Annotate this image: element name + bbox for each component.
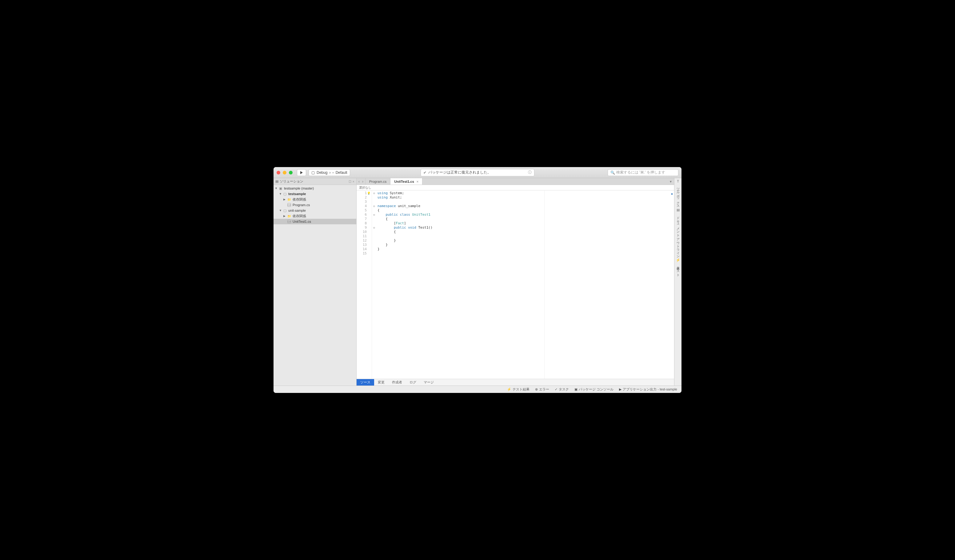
- code-content[interactable]: using System;using Xunit;namespace unit_…: [376, 191, 674, 379]
- run-config-selector[interactable]: ▢ Debug › ▫ Default: [308, 169, 350, 176]
- csharp-file-icon: C#: [287, 203, 291, 207]
- main-area: ▤ ソリューション ◻ × ▼▣testsample (master)▼▢tes…: [274, 178, 681, 386]
- fold-toggle-icon[interactable]: ⊟: [372, 204, 376, 208]
- expand-arrow-icon[interactable]: ▼: [275, 187, 277, 190]
- config-debug-label: Debug: [316, 171, 327, 175]
- line-numbers: 1💡23456789101112131415: [357, 191, 372, 379]
- tree-item[interactable]: ▼▢testsample: [274, 191, 356, 197]
- fold-toggle-icon: [372, 243, 376, 247]
- code-line[interactable]: namespace unit_sample: [377, 204, 673, 208]
- lightbulb-icon[interactable]: 💡: [367, 191, 370, 196]
- status-icon: ▶: [619, 387, 622, 391]
- search-icon: 🔍: [611, 171, 615, 175]
- close-tab-icon[interactable]: ×: [416, 180, 418, 183]
- csharp-file-icon: C#: [287, 219, 291, 224]
- code-line[interactable]: {: [377, 217, 673, 221]
- code-line[interactable]: {: [377, 230, 673, 234]
- editor-subtab[interactable]: 変更: [374, 379, 388, 386]
- status-item[interactable]: ▶アプリケーション出力 - test-sample: [619, 387, 677, 392]
- config-separator: ›: [329, 171, 330, 175]
- fold-toggle-icon: [372, 208, 376, 213]
- project-icon: ▢: [283, 208, 287, 213]
- fold-toggle-icon: [372, 234, 376, 238]
- rail-panel-toggle[interactable]: 単体テスト: [675, 263, 681, 276]
- tab-program-cs[interactable]: Program.cs: [365, 178, 390, 185]
- tab-unittest1-cs[interactable]: UnitTest1.cs ×: [390, 178, 423, 185]
- tree-item[interactable]: ▼▣testsample (master): [274, 186, 356, 191]
- run-button[interactable]: [297, 169, 306, 176]
- sidebar-undock-icon[interactable]: ◻: [349, 179, 351, 183]
- rail-panel-toggle[interactable]: ドキュメント アウトライン: [675, 213, 681, 258]
- code-line[interactable]: [Fact]: [377, 221, 673, 225]
- code-line[interactable]: public void Test1(): [377, 225, 673, 230]
- status-item[interactable]: ⊗エラー: [535, 387, 549, 392]
- target-icon: ▫: [332, 171, 333, 175]
- tree-item[interactable]: ▼▢unit-sample: [274, 208, 356, 213]
- rail-panel-toggle[interactable]: ツールボックス: [675, 184, 681, 207]
- tree-item[interactable]: ▶📁依存関係: [274, 197, 356, 202]
- tab-label: UnitTest1.cs: [394, 180, 414, 183]
- close-window-button[interactable]: [277, 171, 280, 174]
- minimize-window-button[interactable]: [283, 171, 286, 174]
- status-text: パッケージは正常に復元されました。: [428, 170, 491, 175]
- code-line[interactable]: }: [377, 243, 673, 247]
- global-search[interactable]: 🔍 検索するには '⌘.' を押します: [607, 169, 678, 176]
- status-icon: ▣: [575, 387, 578, 391]
- expand-arrow-icon[interactable]: ▶: [283, 198, 286, 201]
- line-number: 1💡: [357, 191, 370, 196]
- status-label: タスク: [559, 387, 569, 392]
- code-line[interactable]: [377, 234, 673, 238]
- code-line[interactable]: public class UnitTest1: [377, 213, 673, 217]
- editor-subtab[interactable]: ログ: [406, 379, 420, 386]
- expand-arrow-icon[interactable]: ▶: [283, 214, 286, 217]
- expand-arrow-icon[interactable]: ▼: [279, 209, 282, 212]
- info-icon[interactable]: ⓘ: [528, 170, 532, 175]
- code-line[interactable]: [377, 251, 673, 256]
- editor-ruler: [544, 191, 545, 379]
- editor-subtab[interactable]: マージ: [420, 379, 437, 386]
- tree-item-label: 依存関係: [293, 197, 306, 202]
- code-line[interactable]: }: [377, 247, 673, 251]
- ide-window: ▢ Debug › ▫ Default ✔ パッケージは正常に復元されました。 …: [274, 167, 681, 393]
- code-line[interactable]: {: [377, 208, 673, 213]
- tree-item-label: unit-sample: [288, 209, 306, 212]
- tree-item[interactable]: C#UnitTest1.cs: [274, 219, 356, 224]
- status-item[interactable]: ⚡テスト結果: [507, 387, 529, 392]
- editor-area: ‹ › Program.cs UnitTest1.cs × ▾ 選択なし 1💡2…: [357, 178, 674, 386]
- statusbar: ⚡テスト結果⊗エラー✓タスク▣パッケージ コンソール▶アプリケーション出力 - …: [274, 386, 681, 393]
- editor-subtabs: ソース変更作成者ログマージ: [357, 379, 674, 386]
- play-icon: [300, 171, 303, 174]
- member-selector[interactable]: 選択なし: [357, 185, 674, 191]
- traffic-lights: [277, 171, 293, 174]
- line-number: 7: [357, 217, 370, 221]
- nav-forward-icon[interactable]: ›: [362, 179, 363, 184]
- maximize-window-button[interactable]: [289, 171, 293, 174]
- editor-subtab[interactable]: ソース: [357, 379, 374, 386]
- status-label: パッケージ コンソール: [579, 387, 614, 392]
- tree-item-label: testsample (master): [284, 186, 314, 190]
- editor-subtab[interactable]: 作成者: [388, 379, 406, 386]
- fold-toggle-icon[interactable]: ⊟: [372, 191, 376, 196]
- status-item[interactable]: ✓タスク: [555, 387, 569, 392]
- tab-overflow-menu[interactable]: ▾: [667, 178, 674, 185]
- code-line[interactable]: [377, 200, 673, 204]
- fold-toggle-icon[interactable]: ⊟: [372, 225, 376, 230]
- fold-toggle-icon[interactable]: ⊟: [372, 213, 376, 217]
- fold-toggle-icon: [372, 196, 376, 200]
- status-item[interactable]: ▣パッケージ コンソール: [575, 387, 614, 392]
- tree-item[interactable]: C#Program.cs: [274, 202, 356, 208]
- status-icon: ✓: [555, 387, 557, 391]
- code-editor[interactable]: 1💡23456789101112131415 ⊟⊟⊟⊟ using System…: [357, 191, 674, 379]
- code-line[interactable]: }: [377, 238, 673, 243]
- tree-item[interactable]: ▶📁依存関係: [274, 213, 356, 219]
- folder-icon: 📁: [287, 214, 291, 218]
- sidebar-close-icon[interactable]: ×: [352, 180, 354, 183]
- expand-arrow-icon[interactable]: ▼: [279, 192, 282, 196]
- code-line[interactable]: using System;: [377, 191, 673, 196]
- file-hint-icon[interactable]: ◆: [671, 192, 673, 196]
- rail-icon: ▤: [676, 208, 679, 212]
- fold-toggle-icon: [372, 230, 376, 234]
- code-line[interactable]: using Xunit;: [377, 196, 673, 200]
- status-icon: ⊗: [535, 387, 538, 391]
- nav-back-icon[interactable]: ‹: [359, 179, 360, 184]
